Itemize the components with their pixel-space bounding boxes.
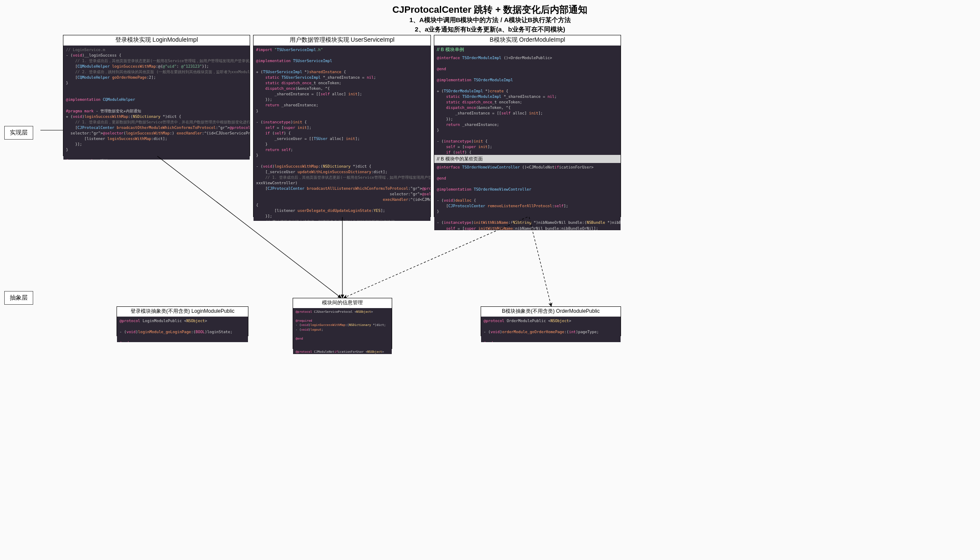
box-order-module-public: B模块抽象类(不用含类) OrderModulePublic @protocol… <box>481 306 621 336</box>
svg-line-4 <box>529 217 551 306</box>
box-order-module-impl-title: B模块实现 OrderModuleImpl <box>434 35 621 46</box>
box-inter-module-info-title: 模块间的信息管理 <box>293 298 392 308</box>
code-login-module-public: @protocol LoginModulePublic <NSObject> -… <box>117 317 248 342</box>
box-login-module-impl: 登录模块实现 LoginModuleImpl // LoginService.m… <box>63 35 250 156</box>
code-order-module-public: @protocol OrderModulePublic <NSObject> -… <box>481 317 621 342</box>
box-user-service-impl: 用户数据管理模块实现 UserServiceImpl #import "TSUs… <box>253 35 431 217</box>
box-login-module-public: 登录模块抽象类(不用含类) LoginModulePublic @protoco… <box>117 306 248 336</box>
page-subtitle-2: 2、a业务通知所有b业务更新(a、b业务可在不同模块) <box>0 26 980 34</box>
code-order-module-singleton: @interface TSOrderModuleImpl ()<OrderMod… <box>434 54 621 155</box>
box-inter-module-info: 模块间的信息管理 @protocol CJUserServiceProtocol… <box>293 298 392 349</box>
code-order-home-vc: @interface TSOrderHomeViewController ()<… <box>434 163 621 230</box>
box-order-module-impl: B模块实现 OrderModuleImpl // B 模块单例 @interfa… <box>434 35 621 217</box>
box-order-module-public-title: B模块抽象类(不用含类) OrderModulePublic <box>481 307 621 317</box>
label-impl-layer: 实现层 <box>4 126 33 140</box>
code-inter-module-info: @protocol CJUserServiceProtocol <NSObjec… <box>293 308 392 354</box>
page-subtitle-1: 1、A模块中调用B模块中的方法 / A模块让B执行某个方法 <box>0 16 980 24</box>
box-order-pages-label: // B 模块中的某些页面 <box>434 155 621 163</box>
label-abs-layer: 抽象层 <box>4 291 33 305</box>
code-login-module-impl: // LoginService.m - (void)__loginSuccess… <box>63 46 250 160</box>
box-login-module-impl-title: 登录模块实现 LoginModuleImpl <box>63 35 250 46</box>
box-user-service-impl-title: 用户数据管理模块实现 UserServiceImpl <box>254 35 430 46</box>
code-user-service-impl: #import "TSUserServiceImpl.h" @implement… <box>254 46 430 221</box>
page-title: CJProtocalCenter 跳转 + 数据变化后内部通知 <box>0 3 980 16</box>
box-order-singleton-label: // B 模块单例 <box>434 46 621 54</box>
box-login-module-public-title: 登录模块抽象类(不用含类) LoginModulePublic <box>117 307 248 317</box>
